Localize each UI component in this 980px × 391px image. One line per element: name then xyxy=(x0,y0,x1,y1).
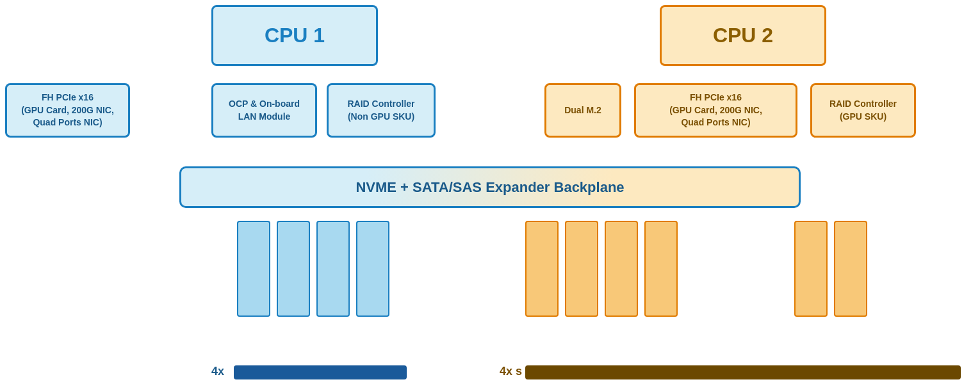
raid-non-gpu-box: RAID Controller(Non GPU SKU) xyxy=(327,83,436,138)
blue-drive-4 xyxy=(356,221,389,317)
cpu2-box: CPU 2 xyxy=(660,5,826,66)
cpu1-label: CPU 1 xyxy=(265,24,325,47)
fh-pcie-cpu1-label: FH PCIe x16(GPU Card, 200G NIC,Quad Port… xyxy=(21,92,114,129)
raid-gpu-label: RAID Controller(GPU SKU) xyxy=(829,98,897,123)
bottom-right-label: 4x s xyxy=(500,365,522,378)
architecture-diagram: CPU 1 CPU 2 FH PCIe x16(GPU Card, 200G N… xyxy=(0,0,980,391)
backplane-box: NVME + SATA/SAS Expander Backplane xyxy=(179,166,801,208)
orange-drive-5 xyxy=(794,221,828,317)
dual-m2-label: Dual M.2 xyxy=(564,104,601,117)
bottom-brown-bar xyxy=(525,365,961,379)
orange-drive-1 xyxy=(525,221,559,317)
raid-non-gpu-label: RAID Controller(Non GPU SKU) xyxy=(348,98,415,123)
blue-drive-2 xyxy=(277,221,310,317)
bottom-left-label: 4x xyxy=(211,365,224,378)
orange-drive-4 xyxy=(644,221,678,317)
raid-gpu-box: RAID Controller(GPU SKU) xyxy=(810,83,916,138)
orange-drive-6 xyxy=(834,221,867,317)
fh-pcie-cpu2-label: FH PCIe x16(GPU Card, 200G NIC,Quad Port… xyxy=(669,92,762,129)
cpu2-label: CPU 2 xyxy=(713,24,773,47)
orange-drive-3 xyxy=(605,221,638,317)
blue-drive-1 xyxy=(237,221,270,317)
backplane-label: NVME + SATA/SAS Expander Backplane xyxy=(355,179,624,196)
bottom-blue-bar xyxy=(234,365,407,379)
blue-drive-3 xyxy=(316,221,350,317)
fh-pcie-cpu2-box: FH PCIe x16(GPU Card, 200G NIC,Quad Port… xyxy=(634,83,797,138)
ocp-onboard-label: OCP & On-boardLAN Module xyxy=(229,98,300,123)
ocp-onboard-box: OCP & On-boardLAN Module xyxy=(211,83,317,138)
dual-m2-box: Dual M.2 xyxy=(544,83,621,138)
fh-pcie-cpu1-box: FH PCIe x16(GPU Card, 200G NIC,Quad Port… xyxy=(5,83,130,138)
cpu1-box: CPU 1 xyxy=(211,5,378,66)
orange-drive-2 xyxy=(565,221,598,317)
